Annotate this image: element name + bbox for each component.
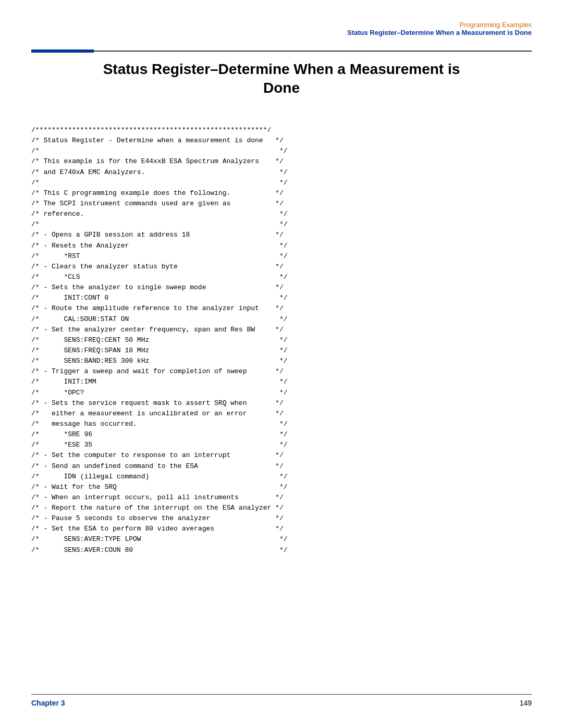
code-section: /***************************************… (31, 125, 532, 556)
chapter-title: Status Register–Determine When a Measure… (31, 60, 532, 98)
footer: Chapter 3 149 (31, 694, 532, 707)
header-top-title: Programming Examples (347, 21, 532, 29)
page-container: Programming Examples Status Register–Det… (0, 0, 563, 728)
footer-page-number: 149 (520, 699, 532, 707)
header-top-subtitle: Status Register–Determine When a Measure… (347, 29, 532, 36)
horizontal-rule (94, 51, 532, 52)
blue-accent-bar (31, 50, 94, 53)
code-block: /***************************************… (31, 125, 532, 556)
top-rule (31, 50, 532, 53)
chapter-heading: Status Register–Determine When a Measure… (31, 60, 532, 98)
header-section: Programming Examples Status Register–Det… (347, 21, 532, 36)
footer-chapter-label: Chapter 3 (31, 699, 65, 707)
